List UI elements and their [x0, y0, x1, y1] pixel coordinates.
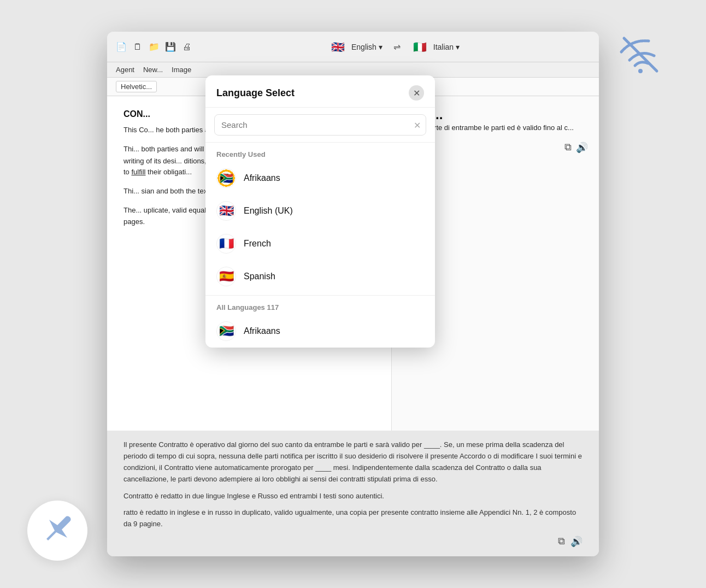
search-input[interactable] [214, 114, 426, 136]
divider-2 [205, 295, 435, 296]
lang-item-afrikaans-all[interactable]: 🇿🇦 Afrikaans [205, 315, 435, 348]
flag-afrikaans-all: 🇿🇦 [216, 321, 236, 341]
search-clear-icon[interactable]: ✕ [414, 120, 421, 130]
lang-name-afrikaans-all: Afrikaans [244, 326, 280, 336]
flag-spanish: 🇪🇸 [216, 267, 236, 286]
wifi-off-decoration [619, 33, 662, 79]
lang-name-spanish: Spanish [244, 272, 275, 281]
language-modal: Language Select ✕ ✕ Recently Used 🇿🇦 Afr… [205, 75, 435, 348]
lang-name-english-uk: English (UK) [244, 206, 293, 216]
modal-close-button[interactable]: ✕ [409, 85, 424, 101]
all-languages-list: 🇿🇦 Afrikaans [205, 315, 435, 348]
lang-item-english-uk[interactable]: 🇬🇧 English (UK) [205, 195, 435, 227]
lang-name-french: French [244, 239, 271, 249]
flag-afrikaans: 🇿🇦 [216, 168, 236, 188]
modal-header: Language Select ✕ [205, 75, 435, 108]
flag-english-uk: 🇬🇧 [216, 201, 236, 221]
lang-name-afrikaans: Afrikaans [244, 173, 280, 183]
recently-used-label: Recently Used [205, 145, 435, 162]
app-window: 📄 🗒 📁 💾 🖨 🇬🇧 English ▾ ⇌ 🇮🇹 Italian ▾ Ag… [107, 32, 599, 556]
lang-item-afrikaans[interactable]: 🇿🇦 Afrikaans [205, 162, 435, 195]
plane-decoration [27, 501, 87, 561]
search-box: ✕ [214, 114, 426, 136]
modal-overlay: Language Select ✕ ✕ Recently Used 🇿🇦 Afr… [107, 32, 599, 556]
lang-item-french[interactable]: 🇫🇷 French [205, 227, 435, 260]
modal-title: Language Select [216, 87, 295, 99]
recently-used-list: 🇿🇦 Afrikaans 🇬🇧 English (UK) 🇫🇷 French [205, 162, 435, 293]
lang-item-spanish[interactable]: 🇪🇸 Spanish [205, 260, 435, 293]
flag-french: 🇫🇷 [216, 234, 236, 254]
divider-1 [205, 142, 435, 143]
svg-point-1 [638, 69, 643, 73]
all-languages-label: All Languages 117 [205, 298, 435, 315]
